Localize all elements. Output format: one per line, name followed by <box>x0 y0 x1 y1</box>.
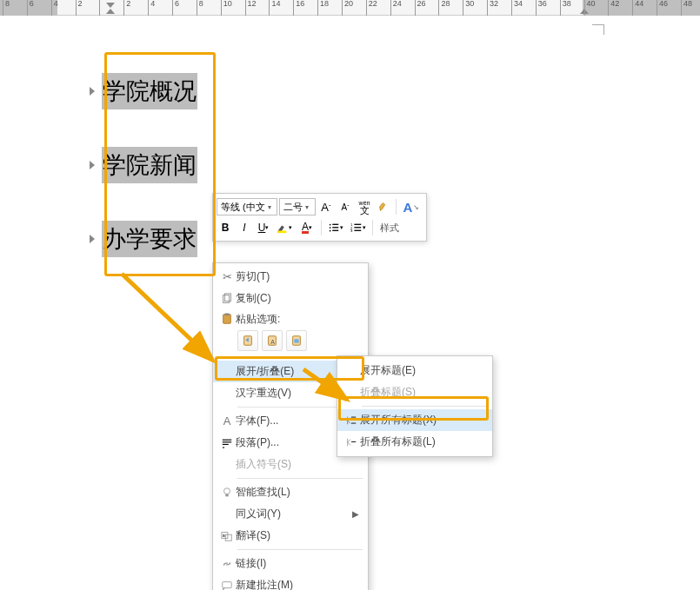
menu-paste-options-header: 粘贴选项: <box>213 309 368 328</box>
heading-row[interactable]: 学院概况 <box>90 54 197 128</box>
collapse-triangle-icon[interactable] <box>90 161 95 169</box>
expand-all-icon <box>343 414 360 427</box>
menu-synonym[interactable]: 同义词(Y) ▶ <box>213 503 368 525</box>
ruler-tick: 34 <box>511 0 523 16</box>
menu-new-comment[interactable]: 新建批注(M) <box>213 574 368 590</box>
svg-rect-5 <box>332 227 338 228</box>
ruler-tick: 48 <box>681 0 692 16</box>
ruler-tick: 2 <box>123 0 130 16</box>
submenu-expand-all[interactable]: 展开所有标题(X) <box>337 409 492 431</box>
phonetic-guide-button[interactable]: wén文 <box>356 198 373 215</box>
page-corner-mark <box>592 24 604 35</box>
paste-keep-source-button[interactable] <box>237 330 258 351</box>
svg-rect-22 <box>294 339 298 342</box>
ruler-tick: 6 <box>172 0 179 16</box>
svg-rect-31 <box>223 581 232 587</box>
paste-picture-button[interactable] <box>286 330 307 351</box>
heading-text-2[interactable]: 学院新闻 <box>102 147 197 183</box>
annotation-arrow-2-icon <box>299 361 360 408</box>
svg-rect-3 <box>332 224 338 225</box>
font-family-combo[interactable]: 等线 (中文▾ <box>217 198 277 215</box>
collapse-triangle-icon[interactable] <box>90 235 95 243</box>
bold-button[interactable]: B <box>217 219 234 236</box>
document-body: 学院概况 学院新闻 办学要求 <box>90 54 197 275</box>
ruler-tick: 46 <box>657 0 668 16</box>
font-color-button[interactable]: A▾ <box>297 219 317 236</box>
collapse-triangle-icon[interactable] <box>90 87 95 96</box>
svg-text:a: a <box>223 532 225 537</box>
submenu-collapse-all[interactable]: 折叠所有标题(L) <box>337 431 492 453</box>
styles-button[interactable]: A↘ <box>400 198 423 215</box>
submenu-collapse-heading: 折叠标题(S) <box>337 381 492 403</box>
svg-rect-24 <box>223 441 232 442</box>
bullets-button[interactable]: ▾ <box>325 219 346 236</box>
separator <box>321 220 322 235</box>
decrease-font-button[interactable]: Aˇ <box>337 198 354 215</box>
ruler-tick: 38 <box>560 0 571 16</box>
menu-translate[interactable]: a 翻译(S) <box>213 525 368 547</box>
ruler-tick <box>99 0 102 16</box>
ruler-tick: 42 <box>608 0 619 16</box>
svg-rect-33 <box>351 420 356 421</box>
font-size-combo[interactable]: 二号▾ <box>279 198 316 215</box>
svg-rect-25 <box>223 443 229 444</box>
ruler-tick: 10 <box>221 0 232 16</box>
numbering-button[interactable]: 123▾ <box>348 219 369 236</box>
svg-rect-35 <box>351 441 356 442</box>
collapse-all-icon <box>343 436 360 448</box>
format-painter-button[interactable] <box>375 198 392 215</box>
heading-row[interactable]: 学院新闻 <box>90 128 197 202</box>
ruler-tick: 4 <box>148 0 155 16</box>
lightbulb-icon <box>218 487 236 499</box>
paragraph-icon <box>218 437 236 449</box>
ruler-tick: 2 <box>76 0 83 16</box>
submenu-expand-heading[interactable]: 展开标题(E) <box>337 360 492 381</box>
menu-smart-lookup[interactable]: 智能查找(L) <box>213 481 368 503</box>
ruler-tick: 40 <box>584 0 596 16</box>
svg-rect-27 <box>225 494 229 496</box>
svg-line-0 <box>122 274 213 361</box>
svg-text:3: 3 <box>350 229 353 233</box>
ruler-tick: 24 <box>390 0 402 16</box>
ruler-tick: 28 <box>438 0 450 16</box>
horizontal-ruler[interactable]: 8642246810121416182022242628303234363840… <box>0 0 700 16</box>
ruler-tick: 14 <box>269 0 280 16</box>
increase-font-button[interactable]: Aˆ <box>317 198 335 215</box>
svg-rect-13 <box>354 230 361 231</box>
menu-cut[interactable]: ✂ 剪切(T) <box>213 266 368 288</box>
translate-icon: a <box>218 530 236 542</box>
svg-rect-29 <box>225 534 231 540</box>
heading-text-1[interactable]: 学院概况 <box>102 73 197 109</box>
svg-point-2 <box>330 224 331 226</box>
svg-rect-11 <box>354 227 361 228</box>
annotation-arrow-icon <box>113 265 235 378</box>
svg-point-26 <box>224 487 230 494</box>
ruler-tick: 6 <box>27 0 34 16</box>
first-line-indent-marker[interactable] <box>106 3 115 8</box>
menu-copy[interactable]: 复制(C) <box>213 288 368 309</box>
svg-rect-32 <box>351 416 356 417</box>
styles-label[interactable]: 样式 <box>380 222 399 235</box>
underline-button[interactable]: U▾ <box>255 219 272 236</box>
separator <box>396 199 397 215</box>
menu-link[interactable]: 链接(I) <box>213 553 368 574</box>
svg-line-36 <box>303 369 347 400</box>
paste-text-only-button[interactable]: A <box>262 330 283 351</box>
ruler-tick: 26 <box>415 0 426 16</box>
highlight-button[interactable]: ▾ <box>274 219 295 236</box>
svg-rect-9 <box>354 224 361 225</box>
italic-button[interactable]: I <box>236 219 253 236</box>
svg-point-4 <box>330 227 331 229</box>
link-icon <box>218 558 236 570</box>
hanging-indent-marker[interactable] <box>106 9 115 14</box>
ruler-tick: 4 <box>51 0 58 16</box>
mini-toolbar: 等线 (中文▾ 二号▾ Aˆ Aˇ wén文 A↘ B I U▾ ▾ A▾ ▾ … <box>212 193 427 242</box>
svg-rect-1 <box>277 231 287 234</box>
svg-rect-34 <box>351 422 356 423</box>
ruler-tick: 30 <box>463 0 474 16</box>
ruler-tick: 8 <box>3 0 10 16</box>
ruler-tick: 44 <box>632 0 643 16</box>
heading-text-3[interactable]: 办学要求 <box>102 221 197 257</box>
submenu-arrow-icon: ▶ <box>352 509 359 519</box>
expand-collapse-submenu: 展开标题(E) 折叠标题(S) 展开所有标题(X) 折叠所有标题(L) <box>337 355 493 457</box>
